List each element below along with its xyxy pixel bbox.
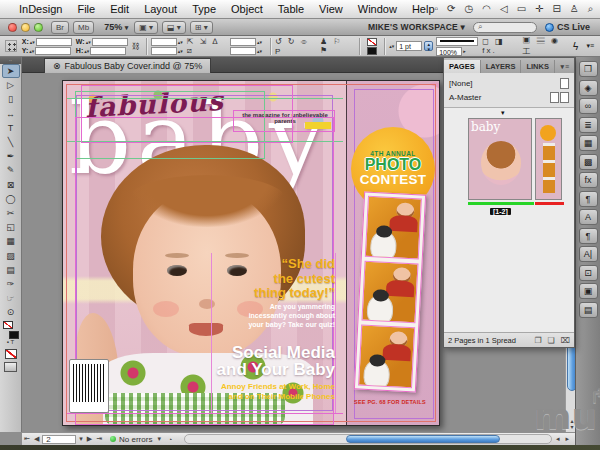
- previous-page-button[interactable]: ◀: [32, 435, 41, 443]
- barcode[interactable]: [69, 359, 109, 413]
- stroke-panel-icon[interactable]: ≣: [579, 117, 598, 133]
- wifi-icon[interactable]: ◠: [482, 3, 491, 15]
- rotate-shear-icons[interactable]: ⇱ ⇲ ∆ ⧄: [187, 37, 230, 56]
- stroke-weight-stepper[interactable]: ▴▾: [424, 41, 433, 51]
- scale-x-field[interactable]: [151, 38, 177, 46]
- line-tool[interactable]: ╲: [2, 135, 20, 149]
- gradient-feather-tool[interactable]: ▨: [2, 248, 20, 262]
- workspace-switcher[interactable]: MIKE'S WORKSPACE ▾: [368, 22, 465, 32]
- info-panel-icon[interactable]: ▤: [579, 302, 598, 318]
- photo-strip-frame[interactable]: [365, 196, 422, 259]
- pages-panel-icon[interactable]: ❐: [579, 61, 598, 77]
- page-thumbnail-2[interactable]: [535, 118, 562, 200]
- quick-apply-icon[interactable]: ϟ: [573, 41, 578, 52]
- formatting-affects-buttons[interactable]: ▪ T: [7, 339, 14, 347]
- mini-bridge-button[interactable]: Mb: [73, 21, 94, 34]
- gradient-swatch-tool[interactable]: ▦: [2, 234, 20, 248]
- preflight-menu-icon[interactable]: ◔: [166, 436, 174, 443]
- note-tool[interactable]: ▤: [2, 263, 20, 277]
- menu-item[interactable]: Layout: [144, 3, 177, 15]
- stroke-swatch[interactable]: [9, 331, 19, 339]
- scale-y-field[interactable]: [151, 47, 177, 55]
- cover-quote[interactable]: “She did the cutest thing today!”: [213, 257, 335, 301]
- scissors-tool[interactable]: ✂: [2, 206, 20, 220]
- paragraph-styles-panel-icon[interactable]: ¶: [579, 191, 598, 207]
- stroke-color-swatch[interactable]: [367, 38, 377, 46]
- fill-stroke-swatches[interactable]: [3, 321, 19, 339]
- character-styles-panel-icon[interactable]: A: [579, 209, 598, 225]
- horizontal-scrollbar-thumb[interactable]: [346, 435, 500, 443]
- user-icon[interactable]: ♙: [570, 3, 579, 15]
- displays-icon[interactable]: ⊟: [552, 3, 560, 15]
- height-field[interactable]: [90, 47, 126, 55]
- last-page-button[interactable]: ⇥: [94, 435, 104, 443]
- master-a-row[interactable]: A-Master: [449, 90, 569, 104]
- effects-panel-icon[interactable]: fx: [579, 172, 598, 188]
- next-page-button[interactable]: ▶: [85, 435, 94, 443]
- layers-panel-icon[interactable]: ◈: [579, 80, 598, 96]
- menu-item[interactable]: Window: [358, 3, 397, 15]
- search-field[interactable]: ⌕: [473, 22, 537, 33]
- sync-icon[interactable]: ⟳: [447, 3, 455, 15]
- width-field[interactable]: [92, 38, 128, 46]
- volume-icon[interactable]: ◁: [500, 3, 508, 15]
- cs-live-button[interactable]: CS Live: [545, 22, 600, 32]
- character-panel-icon[interactable]: A|: [579, 246, 598, 262]
- screen-mode-dropdown[interactable]: ⬓ ▾: [162, 21, 186, 34]
- reference-point-proxy[interactable]: [5, 40, 17, 52]
- selection-tool[interactable]: ➤: [2, 64, 20, 78]
- preflight-panel-icon[interactable]: ▣: [579, 283, 598, 299]
- page-number-field[interactable]: 2: [42, 435, 76, 444]
- arrange-documents-dropdown[interactable]: ⊞ ▾: [190, 21, 213, 34]
- tools-panel-grip[interactable]: ∙∙: [0, 57, 21, 64]
- effects-buttons[interactable]: ◻ ◨ fx.: [482, 37, 522, 55]
- y-position-field[interactable]: [35, 47, 71, 55]
- free-transform-tool[interactable]: ◱: [2, 220, 20, 234]
- tab-layers[interactable]: LAYERS: [481, 60, 522, 73]
- document-tab[interactable]: ⊗ Fabulous Baby Cover.indd @ 75%: [44, 58, 211, 73]
- select-container-content-buttons[interactable]: ♟ ⚐ ⚑: [320, 37, 355, 55]
- zoom-window-button[interactable]: [34, 23, 43, 32]
- close-tab-icon[interactable]: ⊗: [53, 61, 61, 71]
- object-buttons[interactable]: ▣ ▤ ◉ 工: [522, 35, 573, 57]
- stroke-weight-field[interactable]: 1 pt: [396, 41, 422, 51]
- menu-item[interactable]: InDesign: [19, 3, 62, 15]
- gap-tool[interactable]: ↔: [2, 107, 20, 121]
- opacity-field[interactable]: 100%: [436, 47, 462, 56]
- type-tool[interactable]: T: [2, 121, 20, 135]
- rectangle-frame-tool[interactable]: ⊠: [2, 178, 20, 192]
- cover-subhead[interactable]: Annoy Friends at Work, Home and on Their…: [163, 382, 335, 401]
- photo-strip-frame[interactable]: [358, 325, 415, 388]
- rotate-flip-buttons[interactable]: ↺ ↻ ⌯ P: [275, 37, 320, 56]
- close-window-button[interactable]: [8, 23, 17, 32]
- tab-links[interactable]: LINKS: [521, 60, 555, 73]
- page-thumbnail-1[interactable]: baby: [468, 118, 532, 200]
- page-menu-caret[interactable]: ▾: [77, 435, 85, 443]
- fill-swatch[interactable]: [3, 321, 13, 329]
- pencil-tool[interactable]: ✎: [2, 163, 20, 177]
- rectangle-tool[interactable]: ◯: [2, 192, 20, 206]
- paragraph-panel-icon[interactable]: ¶: [579, 228, 598, 244]
- shear-angle-field[interactable]: [230, 47, 256, 55]
- minimize-window-button[interactable]: [21, 23, 30, 32]
- panel-menu-icon[interactable]: ▾≡: [556, 63, 574, 73]
- photo-strip[interactable]: [354, 192, 426, 393]
- menu-item[interactable]: Object: [231, 3, 263, 15]
- input-source-icon[interactable]: ✛: [535, 3, 543, 15]
- rotation-angle-field[interactable]: [230, 38, 256, 46]
- screen-mode-button[interactable]: [4, 362, 17, 372]
- view-options-dropdown[interactable]: ▣ ▾: [134, 21, 158, 34]
- eyedropper-tool[interactable]: ✑: [2, 277, 20, 291]
- document-spread[interactable]: baby fabulous the magazine for unbelieva…: [62, 80, 440, 426]
- menu-item[interactable]: File: [77, 3, 95, 15]
- clock-icon[interactable]: ◷: [464, 3, 473, 15]
- zoom-tool[interactable]: ⊙: [2, 305, 20, 319]
- master-none-row[interactable]: [None]: [449, 76, 569, 90]
- apply-none-button[interactable]: [5, 349, 17, 359]
- zoom-level-dropdown[interactable]: 75% ▾: [104, 22, 128, 32]
- stroke-style-dropdown[interactable]: [436, 37, 478, 46]
- cover-quiz-text[interactable]: Are you yammering incessantly enough abo…: [203, 303, 335, 329]
- page-tool[interactable]: ▯: [2, 92, 20, 106]
- control-panel-menu-icon[interactable]: ▾≡: [586, 42, 594, 50]
- tab-pages[interactable]: PAGES: [444, 60, 481, 73]
